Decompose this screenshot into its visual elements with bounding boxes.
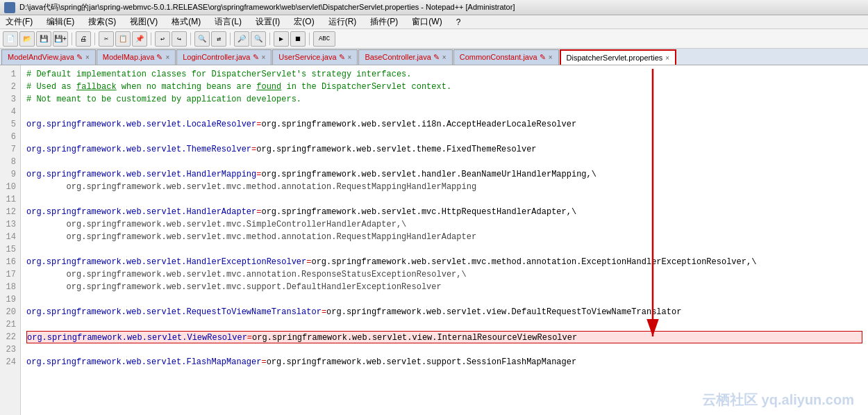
title-bar: D:\java代码\spring的jar\spring-webmvc-5.0.1… xyxy=(0,0,868,15)
code-line-21 xyxy=(26,318,862,331)
code-line-10: org.springframework.web.servlet.mvc.meth… xyxy=(26,181,862,193)
menu-item-i[interactable]: 设置(I) xyxy=(253,16,283,28)
tab-1[interactable]: ModelMap.java ✎× xyxy=(97,49,176,65)
line-number-1: 1 xyxy=(3,68,16,81)
menu-item-e[interactable]: 编辑(E) xyxy=(44,16,77,28)
code-line-13: org.springframework.web.servlet.mvc.Simp… xyxy=(26,218,862,231)
save-button[interactable]: 💾 xyxy=(36,31,51,47)
zoom-in-button[interactable]: 🔎 xyxy=(234,31,249,47)
line-number-8: 8 xyxy=(3,156,16,168)
tab-label-1: ModelMap.java ✎ xyxy=(103,53,163,62)
line-number-10: 10 xyxy=(3,181,16,193)
line-number-7: 7 xyxy=(3,143,16,156)
content-area: 123456789101112131415161718192021222324 … xyxy=(0,65,868,415)
code-line-17: org.springframework.web.servlet.mvc.anno… xyxy=(26,268,862,281)
code-line-24: org.springframework.web.servlet.FlashMap… xyxy=(26,356,862,368)
tab-label-0: ModelAndView.java ✎ xyxy=(8,53,83,62)
tab-2[interactable]: LoginController.java ✎× xyxy=(176,49,272,65)
toolbar-sep-2 xyxy=(94,33,95,45)
tab-3[interactable]: UserService.java ✎× xyxy=(272,49,358,65)
tab-close-3[interactable]: × xyxy=(348,54,352,61)
code-line-6 xyxy=(26,131,862,143)
menu-bar: 文件(F)编辑(E)搜索(S)视图(V)格式(M)语言(L)设置(I)宏(O)运… xyxy=(0,15,868,29)
line-number-9: 9 xyxy=(3,168,16,181)
search-button[interactable]: 🔍 xyxy=(194,31,210,47)
code-line-11 xyxy=(26,193,862,206)
line-number-11: 11 xyxy=(3,193,16,206)
cut-button[interactable]: ✂ xyxy=(99,31,114,47)
toolbar-sep-5 xyxy=(230,33,231,45)
line-number-6: 6 xyxy=(3,131,16,143)
code-area[interactable]: # Default implementation classes for Dis… xyxy=(21,65,868,415)
menu-item-[interactable]: ? xyxy=(453,17,464,27)
tab-close-4[interactable]: × xyxy=(442,54,446,61)
zoom-out-button[interactable]: 🔍 xyxy=(251,31,266,47)
tab-close-6[interactable]: × xyxy=(665,54,669,62)
code-line-7: org.springframework.web.servlet.ThemeRes… xyxy=(26,143,862,156)
code-line-19 xyxy=(26,293,862,306)
toolbar-sep-3 xyxy=(151,33,151,45)
line-number-12: 12 xyxy=(3,206,16,218)
tab-0[interactable]: ModelAndView.java ✎× xyxy=(1,49,96,65)
print-button[interactable]: 🖨 xyxy=(76,31,91,47)
stop-button[interactable]: ⏹ xyxy=(290,31,306,47)
replace-button[interactable]: ⇄ xyxy=(211,31,226,47)
open-button[interactable]: 📂 xyxy=(19,31,35,47)
line-number-5: 5 xyxy=(3,118,16,131)
tab-label-4: BaseController.java ✎ xyxy=(365,53,439,62)
code-line-8 xyxy=(26,156,862,168)
tab-4[interactable]: BaseController.java ✎× xyxy=(358,49,452,65)
save-all-button[interactable]: 💾+ xyxy=(53,31,68,47)
code-line-3: # Not meant to be customized by applicat… xyxy=(26,93,862,106)
tab-close-2[interactable]: × xyxy=(262,54,266,61)
code-line-22: org.springframework.web.servlet.ViewReso… xyxy=(26,331,862,343)
menu-item-l[interactable]: 语言(L) xyxy=(212,16,244,28)
code-line-4 xyxy=(26,106,862,118)
toolbar-sep-4 xyxy=(190,33,191,45)
run-button[interactable]: ▶ xyxy=(274,31,289,47)
abc-button[interactable]: ABC xyxy=(313,31,335,47)
line-number-17: 17 xyxy=(3,268,16,281)
menu-item-v[interactable]: 视图(V) xyxy=(127,16,160,28)
line-number-19: 19 xyxy=(3,293,16,306)
code-line-12: org.springframework.web.servlet.HandlerA… xyxy=(26,206,862,218)
code-line-5: org.springframework.web.servlet.LocaleRe… xyxy=(26,118,862,131)
undo-button[interactable]: ↩ xyxy=(155,31,170,47)
menu-item-f[interactable]: 文件(F) xyxy=(3,16,35,28)
line-number-21: 21 xyxy=(3,318,16,331)
copy-button[interactable]: 📋 xyxy=(115,31,131,47)
menu-item-p[interactable]: 插件(P) xyxy=(367,16,401,28)
line-number-4: 4 xyxy=(3,106,16,118)
paste-button[interactable]: 📌 xyxy=(132,31,147,47)
code-line-14: org.springframework.web.servlet.mvc.meth… xyxy=(26,231,862,243)
line-number-2: 2 xyxy=(3,81,16,93)
new-button[interactable]: 📄 xyxy=(3,31,18,47)
menu-item-w[interactable]: 窗口(W) xyxy=(409,16,444,28)
line-number-3: 3 xyxy=(3,93,16,106)
menu-item-s[interactable]: 搜索(S) xyxy=(85,16,119,28)
code-line-15 xyxy=(26,243,862,256)
tab-label-5: CommonConstant.java ✎ xyxy=(460,53,546,62)
tab-close-0[interactable]: × xyxy=(85,54,90,61)
code-line-9: org.springframework.web.servlet.HandlerM… xyxy=(26,168,862,181)
redo-button[interactable]: ↪ xyxy=(172,31,187,47)
menu-item-r[interactable]: 运行(R) xyxy=(326,16,360,28)
tab-label-6: DispatcherServlet.properties xyxy=(567,54,663,62)
tab-bar: ModelAndView.java ✎×ModelMap.java ✎×Logi… xyxy=(0,49,868,65)
code-line-2: # Used as fallback when no matching bean… xyxy=(26,81,862,93)
toolbar-sep-1 xyxy=(72,33,72,45)
tab-6[interactable]: DispatcherServlet.properties× xyxy=(560,49,677,65)
tab-close-5[interactable]: × xyxy=(549,54,553,61)
tab-label-2: LoginController.java ✎ xyxy=(183,53,258,62)
line-number-15: 15 xyxy=(3,243,16,256)
menu-item-o[interactable]: 宏(O) xyxy=(291,16,317,28)
code-line-16: org.springframework.web.servlet.HandlerE… xyxy=(26,256,862,268)
app-icon xyxy=(4,2,15,13)
toolbar-sep-6 xyxy=(269,33,270,45)
line-number-18: 18 xyxy=(3,281,16,293)
tab-close-1[interactable]: × xyxy=(165,54,169,61)
menu-item-m[interactable]: 格式(M) xyxy=(169,16,203,28)
tab-5[interactable]: CommonConstant.java ✎× xyxy=(453,49,559,65)
line-number-16: 16 xyxy=(3,256,16,268)
line-numbers: 123456789101112131415161718192021222324 xyxy=(0,65,21,415)
